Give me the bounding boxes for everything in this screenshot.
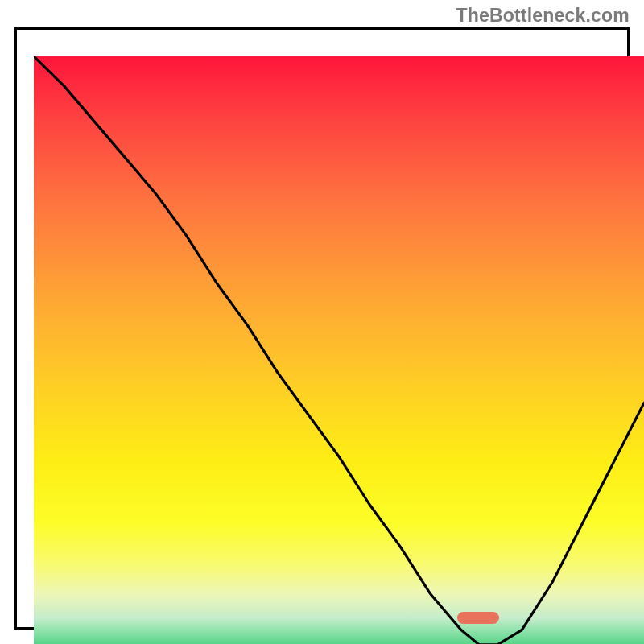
optimal-range-marker bbox=[457, 612, 499, 624]
watermark-text: TheBottleneck.com bbox=[456, 5, 630, 27]
chart-container: TheBottleneck.com bbox=[0, 0, 644, 644]
plot-frame bbox=[14, 27, 630, 630]
severity-gradient bbox=[34, 56, 644, 644]
